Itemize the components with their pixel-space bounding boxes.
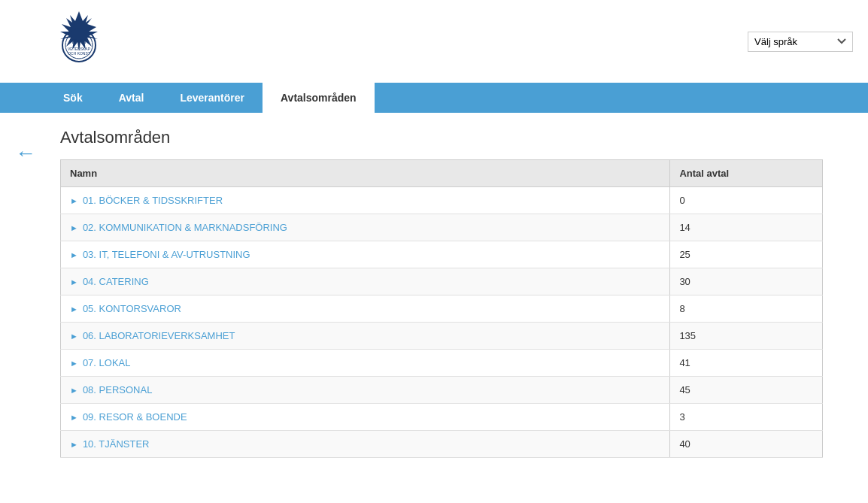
svg-text:KTH: KTH	[72, 38, 86, 45]
avtalsomraden-table: Namn Antal avtal ►01. BÖCKER & TIDSSKRIF…	[60, 159, 823, 458]
table-row: ►10. TJÄNSTER40	[61, 431, 823, 458]
row-expand-arrow: ►	[70, 305, 78, 314]
col-header-name: Namn	[61, 160, 670, 187]
nav-bar: Sök Avtal Leverantörer Avtalsområden	[0, 83, 868, 113]
page-title: Avtalsområden	[60, 128, 823, 147]
table-row: ►07. LOKAL41	[61, 350, 823, 377]
row-expand-arrow: ►	[70, 413, 78, 422]
table-row: ►03. IT, TELEFONI & AV-UTRUSTNING25	[61, 241, 823, 268]
row-count-cell: 45	[670, 377, 823, 404]
table-row: ►08. PERSONAL45	[61, 377, 823, 404]
content: Avtalsområden Namn Antal avtal ►01. BÖCK…	[0, 113, 868, 473]
row-expand-arrow: ►	[70, 277, 78, 286]
row-count-cell: 30	[670, 268, 823, 295]
table-row: ►05. KONTORSVAROR8	[61, 295, 823, 323]
row-count-cell: 40	[670, 431, 823, 458]
table-row: ►06. LABORATORIEVERKSAMHET135	[61, 323, 823, 350]
row-count-cell: 0	[670, 187, 823, 214]
header: KTH VETENSKAP OCH KONST Välj språk Engli…	[0, 0, 868, 83]
row-expand-arrow: ►	[70, 223, 78, 232]
row-expand-arrow: ►	[70, 359, 78, 368]
row-expand-arrow: ►	[70, 386, 78, 395]
row-name-cell[interactable]: ►03. IT, TELEFONI & AV-UTRUSTNING	[61, 241, 670, 268]
row-name-cell[interactable]: ►02. KOMMUNIKATION & MARKNADSFÖRING	[61, 214, 670, 241]
row-expand-arrow: ►	[70, 250, 78, 259]
row-count-cell: 41	[670, 350, 823, 377]
kth-logo: KTH VETENSKAP OCH KONST	[45, 8, 113, 75]
table-row: ►01. BÖCKER & TIDSSKRIFTER0	[61, 187, 823, 214]
row-expand-arrow: ►	[70, 332, 78, 341]
nav-item-leverantorer[interactable]: Leverantörer	[162, 83, 263, 113]
row-name-cell[interactable]: ►06. LABORATORIEVERKSAMHET	[61, 323, 670, 350]
row-expand-arrow: ►	[70, 440, 78, 449]
language-select[interactable]: Välj språk English Svenska	[748, 32, 853, 52]
row-name-cell[interactable]: ►10. TJÄNSTER	[61, 431, 670, 458]
row-name-cell[interactable]: ►07. LOKAL	[61, 350, 670, 377]
table-row: ►04. CATERING30	[61, 268, 823, 295]
table-row: ►09. RESOR & BOENDE3	[61, 404, 823, 431]
row-name-cell[interactable]: ►08. PERSONAL	[61, 377, 670, 404]
table-row: ►02. KOMMUNIKATION & MARKNADSFÖRING14	[61, 214, 823, 241]
row-count-cell: 14	[670, 214, 823, 241]
row-count-cell: 3	[670, 404, 823, 431]
nav-item-avtalsomraden[interactable]: Avtalsområden	[263, 83, 375, 113]
page-wrapper: KTH VETENSKAP OCH KONST Välj språk Engli…	[0, 0, 868, 503]
col-header-count: Antal avtal	[670, 160, 823, 187]
row-name-cell[interactable]: ►01. BÖCKER & TIDSSKRIFTER	[61, 187, 670, 214]
nav-item-sok[interactable]: Sök	[45, 83, 101, 113]
language-selector-wrapper: Välj språk English Svenska	[748, 32, 853, 52]
row-name-cell[interactable]: ►05. KONTORSVAROR	[61, 295, 670, 323]
row-name-cell[interactable]: ►04. CATERING	[61, 268, 670, 295]
row-count-cell: 8	[670, 295, 823, 323]
row-name-cell[interactable]: ►09. RESOR & BOENDE	[61, 404, 670, 431]
svg-text:OCH KONST: OCH KONST	[68, 51, 90, 56]
row-expand-arrow: ►	[70, 196, 78, 205]
row-count-cell: 25	[670, 241, 823, 268]
row-count-cell: 135	[670, 323, 823, 350]
nav-item-avtal[interactable]: Avtal	[101, 83, 162, 113]
logo-area: KTH VETENSKAP OCH KONST	[45, 8, 113, 75]
